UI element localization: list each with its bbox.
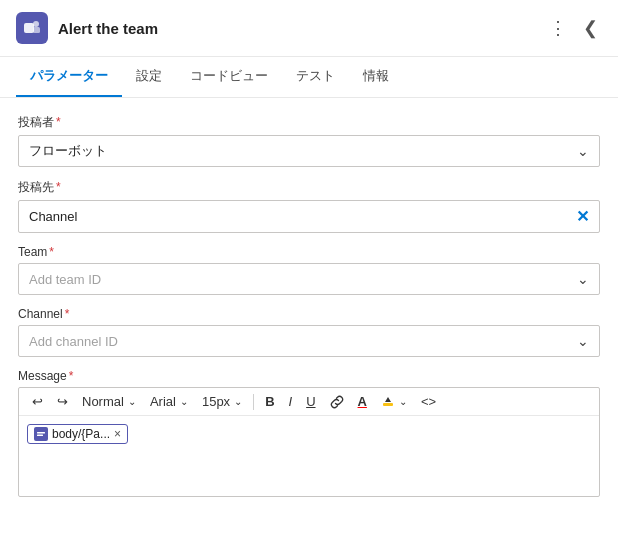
undo-button[interactable]: ↩: [27, 392, 48, 411]
tag-close-button[interactable]: ×: [114, 427, 121, 441]
fontcolor-button[interactable]: A: [353, 392, 372, 411]
poster-field: 投稿者* フローボット ⌄: [18, 114, 600, 167]
tab-settings[interactable]: 設定: [122, 57, 176, 97]
fontcolor-label: A: [358, 394, 367, 409]
svg-rect-3: [383, 403, 393, 406]
tag-text: body/{Pa...: [52, 427, 110, 441]
channel-dropdown[interactable]: Add channel ID ⌄: [18, 325, 600, 357]
bold-button[interactable]: B: [260, 392, 279, 411]
font-dropdown[interactable]: Arial ⌄: [145, 392, 193, 411]
teams-icon: [16, 12, 48, 44]
svg-rect-2: [33, 27, 40, 33]
poster-dropdown[interactable]: フローボット ⌄: [18, 135, 600, 167]
header-left: Alert the team: [16, 12, 158, 44]
tab-codeview[interactable]: コードビュー: [176, 57, 282, 97]
tab-parameters[interactable]: パラメーター: [16, 57, 122, 97]
channel-chevron-icon: ⌄: [577, 333, 589, 349]
team-label: Team*: [18, 245, 600, 259]
toolbar-separator-1: [253, 394, 254, 410]
highlight-chevron-icon: ⌄: [399, 396, 407, 407]
tab-bar: パラメーター 設定 コードビュー テスト 情報: [0, 57, 618, 98]
svg-rect-0: [24, 23, 34, 33]
highlight-icon: [381, 395, 395, 409]
size-dropdown[interactable]: 15px ⌄: [197, 392, 247, 411]
content-area: 投稿者* フローボット ⌄ 投稿先* Channel ✕ Team* Add t…: [0, 98, 618, 535]
underline-button[interactable]: U: [301, 392, 320, 411]
poster-label: 投稿者*: [18, 114, 600, 131]
editor-toolbar: ↩ ↪ Normal ⌄ Arial ⌄ 15px ⌄: [19, 388, 599, 416]
postin-value: Channel: [29, 209, 77, 224]
message-editor: ↩ ↪ Normal ⌄ Arial ⌄ 15px ⌄: [18, 387, 600, 497]
body-tag-chip: body/{Pa... ×: [27, 424, 128, 444]
postin-label: 投稿先*: [18, 179, 600, 196]
header: Alert the team ⋮ ❮: [0, 0, 618, 57]
message-field: Message* ↩ ↪ Normal ⌄ Arial: [18, 369, 600, 497]
size-chevron-icon: ⌄: [234, 396, 242, 407]
svg-rect-4: [37, 432, 45, 434]
style-label: Normal: [82, 394, 124, 409]
italic-button[interactable]: I: [284, 392, 298, 411]
style-chevron-icon: ⌄: [128, 396, 136, 407]
tag-icon: [34, 427, 48, 441]
tab-test[interactable]: テスト: [282, 57, 349, 97]
channel-label: Channel*: [18, 307, 600, 321]
style-dropdown[interactable]: Normal ⌄: [77, 392, 141, 411]
team-placeholder: Add team ID: [29, 272, 101, 287]
size-label: 15px: [202, 394, 230, 409]
more-icon[interactable]: ⋮: [545, 13, 571, 43]
svg-rect-5: [37, 435, 43, 437]
redo-button[interactable]: ↪: [52, 392, 73, 411]
postin-field: 投稿先* Channel ✕: [18, 179, 600, 233]
font-chevron-icon: ⌄: [180, 396, 188, 407]
code-button[interactable]: <>: [416, 392, 441, 411]
header-icons: ⋮ ❮: [545, 13, 602, 43]
svg-point-1: [33, 21, 39, 27]
link-icon: [330, 395, 344, 409]
team-dropdown[interactable]: Add team ID ⌄: [18, 263, 600, 295]
link-button[interactable]: [325, 393, 349, 411]
message-label: Message*: [18, 369, 600, 383]
page-title: Alert the team: [58, 20, 158, 37]
font-label: Arial: [150, 394, 176, 409]
highlight-button[interactable]: ⌄: [376, 393, 412, 411]
team-field: Team* Add team ID ⌄: [18, 245, 600, 295]
postin-dropdown[interactable]: Channel ✕: [18, 200, 600, 233]
postin-clear-icon[interactable]: ✕: [576, 207, 589, 226]
editor-body[interactable]: body/{Pa... ×: [19, 416, 599, 486]
channel-field: Channel* Add channel ID ⌄: [18, 307, 600, 357]
channel-placeholder: Add channel ID: [29, 334, 118, 349]
team-chevron-icon: ⌄: [577, 271, 589, 287]
poster-chevron-icon: ⌄: [577, 143, 589, 159]
poster-value: フローボット: [29, 142, 107, 160]
back-icon[interactable]: ❮: [579, 13, 602, 43]
tab-info[interactable]: 情報: [349, 57, 403, 97]
